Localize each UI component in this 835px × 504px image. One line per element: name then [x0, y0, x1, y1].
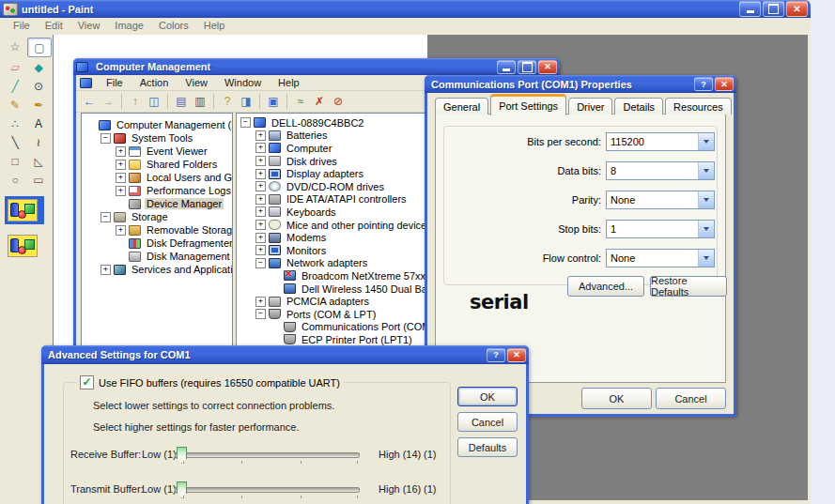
paint-tool-text[interactable]: A	[27, 115, 50, 132]
cm-menu-window[interactable]: Window	[216, 77, 270, 88]
tree-item-services-and-applications[interactable]: +Services and Applications	[82, 263, 232, 276]
tree-item-system-tools[interactable]: −System Tools	[82, 131, 232, 145]
paint-tool-ellipse[interactable]: ○	[4, 171, 26, 189]
expander-plus-icon[interactable]: +	[255, 156, 266, 166]
paint-object-tile-selected[interactable]	[5, 196, 44, 224]
fifo-checkbox[interactable]: ✓	[80, 375, 94, 389]
expander-plus-icon[interactable]: +	[255, 297, 266, 307]
paint-tool-polygon[interactable]: ◺	[27, 152, 50, 170]
tree-item-disk-defragmenter[interactable]: Disk Defragmenter	[82, 237, 232, 250]
parity-select[interactable]: None	[606, 191, 715, 209]
tab-details[interactable]: Details	[614, 98, 663, 115]
bits-per-second-select[interactable]: 115200	[606, 132, 715, 151]
stop-bits-select[interactable]: 1	[606, 220, 715, 238]
expander-minus-icon[interactable]: −	[101, 133, 111, 144]
tree-item-shared-folders[interactable]: +Shared Folders	[82, 158, 232, 171]
tree-item-disk-management[interactable]: Disk Management	[82, 250, 232, 263]
expander-plus-icon[interactable]: +	[255, 206, 266, 217]
expander-plus-icon[interactable]: +	[116, 225, 126, 236]
cm-toolbar-show-console-tree-button[interactable]: ◫	[146, 93, 162, 109]
close-button[interactable]: ✕	[715, 77, 734, 91]
cancel-button[interactable]: Cancel	[457, 412, 518, 432]
dropdown-arrow-icon[interactable]	[698, 191, 714, 208]
paint-menu-file[interactable]: File	[6, 20, 38, 31]
cancel-button[interactable]: Cancel	[656, 388, 726, 409]
cm-menu-help[interactable]: Help	[270, 77, 308, 88]
paint-tool-rounded-rectangle[interactable]: ▭	[27, 171, 50, 189]
expander-plus-icon[interactable]: +	[255, 245, 266, 255]
tree-item-event-viewer[interactable]: +Event Viewer	[82, 145, 232, 158]
paint-tool-magnifier[interactable]: ⊙	[27, 77, 50, 95]
expander-plus-icon[interactable]: +	[255, 233, 266, 243]
paint-tool-airbrush[interactable]: ∴	[4, 115, 26, 132]
tree-item-storage[interactable]: −Storage	[82, 210, 232, 223]
minimize-button[interactable]	[739, 1, 761, 17]
expander-plus-icon[interactable]: +	[255, 130, 266, 141]
cm-toolbar-print-button[interactable]: ▥	[192, 93, 209, 109]
expander-minus-icon[interactable]: −	[255, 309, 266, 319]
cm-toolbar-disable-button[interactable]: ⊘	[330, 93, 347, 109]
adv-titlebar[interactable]: Advanced Settings for COM1 ? ✕	[41, 345, 529, 364]
tree-item-performance-logs-and-alerts[interactable]: +Performance Logs and Alerts	[82, 184, 232, 197]
tree-item-computer-management-local[interactable]: Computer Management (Local)	[82, 118, 232, 131]
cm-toolbar-help-topics-button[interactable]: ?	[219, 93, 236, 109]
ok-button[interactable]: OK	[457, 387, 518, 406]
expander-plus-icon[interactable]: +	[116, 146, 126, 157]
cm-toolbar-uninstall-button[interactable]: ✗	[311, 93, 328, 109]
paint-tool-pick-color[interactable]: ╱	[4, 77, 26, 95]
tree-item-local-users-and-groups[interactable]: +Local Users and Groups	[82, 171, 232, 184]
expander-plus-icon[interactable]: +	[255, 194, 266, 205]
expander-plus-icon[interactable]: +	[116, 173, 126, 183]
paint-tool-free-form-select[interactable]: ☆	[4, 38, 26, 55]
paint-tool-select[interactable]: ▢	[27, 38, 52, 57]
transmit-buffer-slider[interactable]	[175, 487, 360, 493]
paint-tool-curve[interactable]: ≀	[27, 133, 50, 151]
props-titlebar[interactable]: Communications Port (COM1) Properties ? …	[425, 75, 736, 93]
paint-tool-pencil[interactable]: ✎	[4, 96, 26, 114]
expander-plus-icon[interactable]: +	[116, 160, 126, 170]
expander-plus-icon[interactable]: +	[255, 220, 266, 230]
paint-menu-colors[interactable]: Colors	[151, 20, 196, 31]
close-button[interactable]: ✕	[538, 60, 557, 74]
expander-minus-icon[interactable]: −	[240, 117, 251, 128]
flow-control-select[interactable]: None	[606, 249, 715, 267]
cm-toolbar-back-button[interactable]: ←	[81, 93, 98, 109]
dropdown-arrow-icon[interactable]	[698, 250, 714, 267]
help-button[interactable]: ?	[487, 348, 505, 362]
advanced-button[interactable]: Advanced...	[567, 276, 644, 297]
expander-plus-icon[interactable]: +	[255, 181, 266, 191]
cm-menu-action[interactable]: Action	[131, 77, 178, 88]
close-button[interactable]: ✕	[786, 1, 808, 17]
cm-toolbar-new-window-button[interactable]: ◨	[238, 93, 255, 109]
expander-plus-icon[interactable]: +	[101, 265, 111, 275]
help-button[interactable]: ?	[694, 77, 713, 91]
close-button[interactable]: ✕	[507, 348, 526, 362]
tab-driver[interactable]: Driver	[568, 98, 612, 115]
cm-titlebar[interactable]: Computer Management ✕	[73, 58, 560, 75]
data-bits-select[interactable]: 8	[606, 161, 715, 180]
paint-tool-rectangle[interactable]: □	[4, 152, 26, 170]
cm-toolbar-properties-button[interactable]: ▤	[173, 93, 190, 109]
paint-titlebar[interactable]: untitled - Paint ✕	[0, 0, 811, 18]
tab-general[interactable]: General	[435, 98, 488, 115]
expander-plus-icon[interactable]: +	[255, 143, 266, 153]
tree-item-removable-storage[interactable]: +Removable Storage	[82, 223, 232, 237]
defaults-button[interactable]: Defaults	[457, 437, 518, 457]
expander-plus-icon[interactable]: +	[255, 169, 266, 179]
expander-minus-icon[interactable]: −	[101, 212, 111, 222]
paint-object-tile[interactable]	[5, 232, 44, 260]
paint-tool-line[interactable]: ╲	[4, 133, 26, 151]
paint-menu-edit[interactable]: Edit	[38, 20, 70, 31]
receive-buffer-slider[interactable]	[175, 452, 360, 458]
tab-port-settings[interactable]: Port Settings	[490, 94, 566, 115]
restore-defaults-button[interactable]: Restore Defaults	[650, 276, 727, 297]
paint-tool-fill-with-color[interactable]: ◆	[27, 58, 50, 76]
paint-menu-help[interactable]: Help	[196, 20, 233, 31]
paint-menu-image[interactable]: Image	[107, 20, 151, 31]
expander-plus-icon[interactable]: +	[116, 186, 126, 196]
cm-menu-view[interactable]: View	[177, 77, 216, 88]
tree-item-device-manager[interactable]: Device Manager	[82, 197, 232, 210]
cm-toolbar-up-folder-button[interactable]: ↑	[127, 93, 144, 109]
cm-menu-file[interactable]: File	[98, 77, 131, 88]
tab-resources[interactable]: Resources	[665, 98, 732, 115]
